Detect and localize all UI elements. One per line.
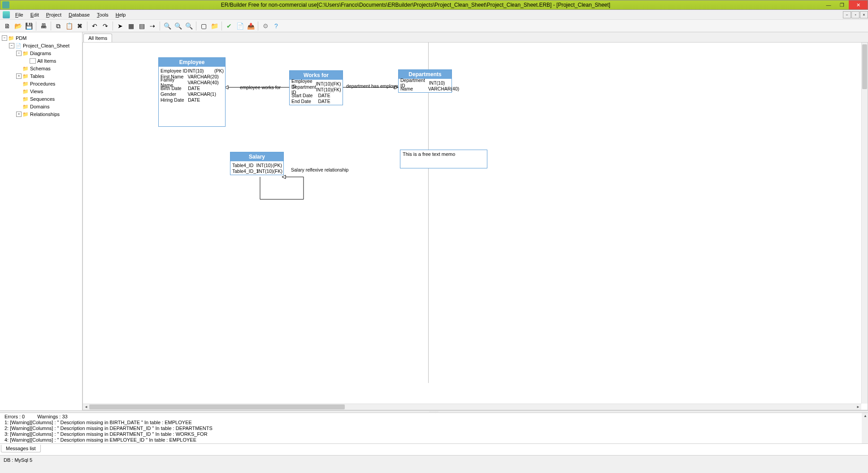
menu-file[interactable]: File bbox=[12, 11, 27, 19]
tree-relationships[interactable]: +Relationships bbox=[1, 110, 81, 118]
tree-root[interactable]: −PDM bbox=[1, 34, 81, 42]
message-line[interactable]: 3: [Warning][Columns] : " Description mi… bbox=[4, 431, 864, 437]
messages-panel: Errors : 0 Warnings : 33 1: [Warning][Co… bbox=[0, 413, 868, 455]
message-line[interactable]: 2: [Warning][Columns] : " Description mi… bbox=[4, 426, 864, 431]
tree-views[interactable]: Views bbox=[1, 87, 81, 95]
zoom-in-button[interactable]: 🔍 bbox=[162, 21, 172, 31]
delete-icon: ✖ bbox=[77, 23, 82, 29]
tree-tables[interactable]: +Tables bbox=[1, 72, 81, 80]
scroll-left-icon[interactable]: ◄ bbox=[83, 404, 89, 410]
tree-domains[interactable]: Domains bbox=[1, 103, 81, 110]
relation-label-salary-self[interactable]: Salary relfexive relationship bbox=[291, 167, 348, 172]
delete-button[interactable]: ✖ bbox=[75, 21, 85, 31]
relation-button[interactable]: ⇢ bbox=[148, 21, 157, 31]
scroll-up-icon[interactable]: ▲ bbox=[864, 414, 867, 418]
entity-column-row: End DateDATE bbox=[291, 98, 341, 104]
messages-scrollbar[interactable]: ▲ bbox=[862, 413, 868, 443]
help-icon: ? bbox=[274, 23, 278, 29]
tree-project[interactable]: −Project_Clean_Sheet bbox=[1, 42, 81, 49]
minimize-button[interactable]: — bbox=[822, 0, 835, 9]
tab-messages-list[interactable]: Messages list bbox=[1, 445, 41, 452]
expand-icon[interactable]: + bbox=[16, 112, 22, 117]
maximize-button[interactable]: ❐ bbox=[835, 0, 849, 9]
menu-database[interactable]: Database bbox=[65, 11, 93, 19]
tree-diagrams[interactable]: −Diagrams bbox=[1, 49, 81, 57]
pointer-button[interactable]: ➤ bbox=[115, 21, 125, 31]
entity-column-row: GenderVARCHAR(1) bbox=[161, 91, 223, 97]
paste-button[interactable]: 📋 bbox=[64, 21, 74, 31]
entity-employee[interactable]: Employee Employee IDINT(10)(PK)First Nam… bbox=[158, 57, 226, 127]
entity-departments[interactable]: Departments Department IDINT(10)NameVARC… bbox=[398, 69, 452, 93]
doc-icon bbox=[15, 43, 22, 48]
column-type: INT(10) bbox=[256, 163, 273, 168]
new-button[interactable]: 🗎 bbox=[2, 21, 12, 31]
entity-salary[interactable]: Salary Table4_IDINT(10)(PK)Table4_ID_1IN… bbox=[230, 152, 284, 175]
entity-column-row: Table4_ID_1INT(10)(FK) bbox=[232, 168, 282, 174]
menu-project[interactable]: Project bbox=[43, 11, 65, 19]
warnings-count: Warnings : 33 bbox=[37, 414, 67, 419]
diagram-canvas[interactable]: employee works for department has employ… bbox=[83, 43, 861, 404]
help-button[interactable]: ? bbox=[271, 21, 281, 31]
print-button[interactable]: 🖶 bbox=[39, 21, 48, 31]
tree-sequences[interactable]: Sequences bbox=[1, 95, 81, 103]
relation-label-emp-works[interactable]: employee works for bbox=[240, 85, 281, 90]
export-button[interactable]: 📤 bbox=[246, 21, 256, 31]
scroll-right-icon[interactable]: ► bbox=[855, 404, 861, 410]
open-button[interactable]: 📂 bbox=[13, 21, 23, 31]
save-button[interactable]: 💾 bbox=[24, 21, 34, 31]
mdi-minimize-button[interactable]: − bbox=[843, 11, 851, 18]
undo-icon: ↶ bbox=[92, 23, 97, 29]
tree-all-items[interactable]: All Items bbox=[1, 57, 81, 64]
titlebar[interactable]: ER/Builder Free for non-commercial use[C… bbox=[0, 0, 868, 10]
folder-icon bbox=[8, 35, 14, 41]
tab-all-items[interactable]: All Items bbox=[83, 34, 112, 42]
entity-header: Employee bbox=[159, 58, 225, 67]
tree-schemas[interactable]: Schemas bbox=[1, 64, 81, 72]
memo-box[interactable]: This is a free text memo bbox=[400, 150, 487, 168]
relation-label-dept-emp[interactable]: department has employees bbox=[346, 83, 403, 89]
folder-icon bbox=[22, 96, 29, 102]
zoom-out-button[interactable]: 🔍 bbox=[173, 21, 183, 31]
message-line[interactable]: 5: [Warning][Columns] : " Description mi… bbox=[4, 443, 864, 443]
redo-button[interactable]: ↷ bbox=[100, 21, 110, 31]
menu-help[interactable]: Help bbox=[112, 11, 130, 19]
script-button[interactable]: 📄 bbox=[235, 21, 245, 31]
check-button[interactable]: ✔ bbox=[224, 21, 234, 31]
copy-button[interactable]: ⧉ bbox=[53, 21, 63, 31]
table-button[interactable]: ▦ bbox=[126, 21, 136, 31]
tree-procedures[interactable]: Procedures bbox=[1, 80, 81, 87]
menu-tools[interactable]: Tools bbox=[93, 11, 112, 19]
scroll-thumb[interactable] bbox=[89, 404, 345, 409]
note-button[interactable]: ▤ bbox=[137, 21, 147, 31]
horizontal-scrollbar[interactable]: ◄ ► bbox=[83, 404, 861, 410]
window-button[interactable]: ▢ bbox=[199, 21, 208, 31]
mdi-restore-button[interactable]: ▫ bbox=[851, 11, 859, 18]
folder-button[interactable]: 📁 bbox=[209, 21, 219, 31]
menu-edit[interactable]: Edit bbox=[27, 11, 43, 19]
folder-icon bbox=[22, 51, 29, 56]
entity-column-row: Family NameVARCHAR(40) bbox=[161, 79, 223, 85]
gear-icon: ⚙ bbox=[263, 23, 269, 29]
undo-button[interactable]: ↶ bbox=[90, 21, 100, 31]
column-type: INT(10) bbox=[316, 87, 332, 92]
close-button[interactable]: ✕ bbox=[849, 0, 868, 9]
column-type: DATE bbox=[188, 97, 214, 103]
entity-column-row: Employee IDINT(10)(PK) bbox=[161, 68, 223, 73]
settings-button[interactable]: ⚙ bbox=[260, 21, 270, 31]
collapse-icon[interactable]: − bbox=[2, 35, 7, 41]
collapse-icon[interactable]: − bbox=[16, 51, 22, 56]
project-tree[interactable]: −PDM −Project_Clean_Sheet −Diagrams All … bbox=[0, 32, 82, 410]
column-name: Table4_ID bbox=[232, 163, 256, 168]
entity-works-for[interactable]: Works for Employee IDINT(10)(FK)Departme… bbox=[289, 70, 343, 105]
expand-icon[interactable]: + bbox=[16, 73, 22, 79]
entity-header: Salary bbox=[230, 152, 283, 161]
message-line[interactable]: 1: [Warning][Columns] : " Description mi… bbox=[4, 420, 864, 426]
menubar: File Edit Project Database Tools Help − … bbox=[0, 10, 868, 20]
mdi-close-button[interactable]: × bbox=[860, 11, 868, 18]
table-icon: ▦ bbox=[128, 23, 134, 29]
vertical-scrollbar[interactable] bbox=[861, 43, 868, 404]
message-line[interactable]: 4: [Warning][Columns] : " Description mi… bbox=[4, 437, 864, 443]
scroll-thumb[interactable] bbox=[862, 44, 867, 89]
zoom-fit-button[interactable]: 🔍 bbox=[184, 21, 194, 31]
collapse-icon[interactable]: − bbox=[9, 43, 14, 48]
